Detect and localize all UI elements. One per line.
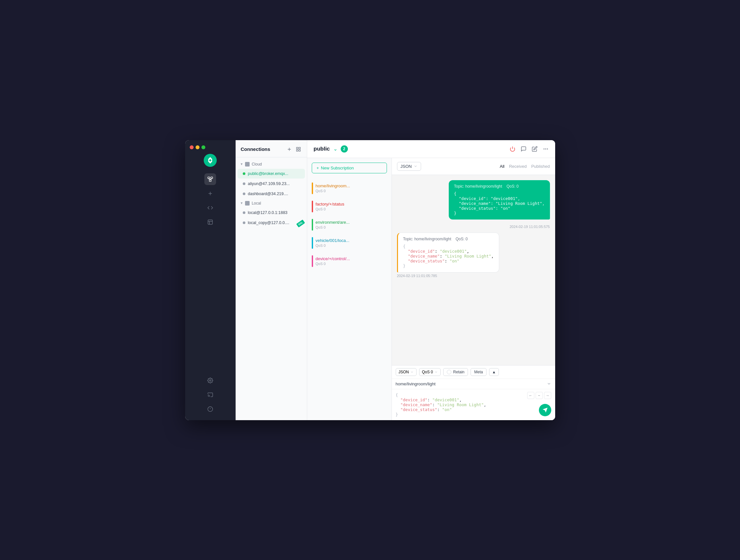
connection-item-dashboard[interactable]: dashboard@34.219.... <box>238 189 305 199</box>
svg-rect-1 <box>211 177 213 179</box>
connections-panel: Connections ▼ Clou <box>236 140 307 420</box>
sub-info: environment/are... QoS 0 <box>316 220 387 229</box>
connection-item-local[interactable]: local@127.0.0.1:1883 <box>238 208 305 218</box>
sidebar-item-subscribe[interactable] <box>204 389 216 401</box>
main-content: public ⌄ 2 <box>307 140 555 420</box>
svg-point-27 <box>547 149 548 149</box>
sidebar-item-info[interactable] <box>204 403 216 415</box>
sub-topic: home/livingroom... <box>316 184 387 188</box>
publish-topic-input[interactable] <box>396 381 547 386</box>
subscription-item-2[interactable]: environment/are... QoS 0 <box>307 216 391 234</box>
msg-received-timestamp: 2024-02-19 11:01:05:785 <box>397 274 499 278</box>
retain-label: Retain <box>453 370 465 374</box>
msg-received-bubble: Topic: home/livingroom/light QoS: 0 { "d… <box>397 232 499 272</box>
publish-qos-select[interactable]: QoS 0 <box>419 368 441 376</box>
sub-info: factory/+/status QoS 0 <box>316 202 387 211</box>
filter-tab-all[interactable]: All <box>500 163 504 170</box>
new-subscription-button[interactable]: + New Subscription <box>312 162 387 173</box>
sub-color-bar <box>312 183 313 194</box>
top-bar: public ⌄ 2 <box>307 140 555 158</box>
more-button[interactable] <box>543 146 549 152</box>
subscription-item-0[interactable]: home/livingroom... QoS 0 <box>307 179 391 197</box>
topic-chevron-icon: ⌄ <box>333 146 338 152</box>
chevron-down-icon <box>547 381 551 386</box>
sidebar-item-add[interactable] <box>204 188 216 199</box>
connection-name: aliyun@47.109.59.23... <box>248 182 290 186</box>
filter-tab-published[interactable]: Published <box>531 163 550 170</box>
filter-tabs: All Received Published <box>500 163 550 170</box>
sidebar-item-scripts[interactable] <box>204 216 216 228</box>
sub-color-bar <box>312 237 313 249</box>
minimize-button[interactable] <box>196 145 199 149</box>
svg-rect-23 <box>299 149 300 151</box>
connections-list: ▼ Cloud public@broker.emqx... aliyun@47.… <box>236 157 307 420</box>
send-button[interactable] <box>539 404 551 416</box>
connection-status-dot <box>243 211 245 214</box>
body-split: + New Subscription home/livingroom... Qo… <box>307 158 555 420</box>
messages-list: Topic: home/livingroom/light QoS: 0 { "d… <box>392 175 555 365</box>
chevron-down-icon <box>413 164 418 168</box>
sub-qos: QoS 0 <box>316 262 387 266</box>
retain-circle <box>447 370 451 374</box>
connection-item-public[interactable]: public@broker.emqx... <box>238 169 305 179</box>
svg-rect-21 <box>299 147 300 149</box>
subscriptions-list: home/livingroom... QoS 0 factory/+/statu… <box>307 178 391 420</box>
nav-minus-button[interactable]: − <box>536 392 543 399</box>
sub-topic: vehicle/001/loca... <box>316 238 387 243</box>
sidebar-nav <box>185 173 236 375</box>
svg-rect-10 <box>208 220 212 224</box>
svg-point-13 <box>209 379 211 381</box>
sub-info: device/+/control/... QoS 0 <box>316 256 387 266</box>
connections-header: Connections <box>236 140 307 157</box>
publish-topic-row <box>392 379 555 389</box>
publish-qos-value: QoS 0 <box>422 370 433 374</box>
filter-tab-received[interactable]: Received <box>509 163 527 170</box>
expand-button[interactable]: ▲ <box>489 368 499 376</box>
svg-rect-20 <box>296 147 298 149</box>
msg-received-header: Topic: home/livingroom/light QoS: 0 <box>403 237 494 241</box>
svg-rect-2 <box>209 180 211 182</box>
add-connection-button[interactable] <box>286 146 292 152</box>
power-button[interactable] <box>510 146 516 152</box>
format-select-value: JSON <box>400 164 412 169</box>
group-local[interactable]: ▼ Local <box>236 199 307 208</box>
sidebar-item-connections[interactable] <box>204 173 216 185</box>
connection-status-dot <box>243 183 245 185</box>
connection-item-aliyun[interactable]: aliyun@47.109.59.23... <box>238 179 305 189</box>
sidebar <box>185 140 236 420</box>
sub-topic: environment/are... <box>316 220 387 225</box>
nav-forward-button[interactable]: → <box>544 392 551 399</box>
subscription-item-4[interactable]: device/+/control/... QoS 0 <box>307 252 391 270</box>
group-cloud[interactable]: ▼ Cloud <box>236 160 307 169</box>
close-button[interactable] <box>190 145 194 149</box>
sidebar-item-code[interactable] <box>204 202 216 214</box>
chevron-icon: ▼ <box>240 162 244 166</box>
connection-name: dashboard@34.219.... <box>248 192 288 196</box>
subscription-item-1[interactable]: factory/+/status QoS 0 <box>307 197 391 216</box>
connection-item-local-copy[interactable]: local_copy@127.0.0.... <box>238 218 305 228</box>
edit-button[interactable] <box>532 146 538 152</box>
publish-format-select[interactable]: JSON <box>396 368 417 376</box>
sidebar-item-settings[interactable] <box>204 375 216 386</box>
chevron-icon: ▼ <box>240 201 244 205</box>
group-local-icon <box>245 201 250 206</box>
retain-button[interactable]: Retain <box>443 368 468 376</box>
chat-button[interactable] <box>521 146 527 152</box>
topic-name: public <box>314 146 330 152</box>
messages-panel: JSON All Received Published <box>392 158 555 420</box>
connection-status-dot <box>243 173 245 175</box>
svg-rect-22 <box>296 149 298 151</box>
svg-rect-0 <box>208 177 210 179</box>
nav-back-button[interactable]: ← <box>527 392 534 399</box>
sub-color-bar <box>312 201 313 212</box>
connections-actions <box>286 146 302 152</box>
publish-body: ← − → { "device_id": "device001", "devic… <box>392 389 555 420</box>
new-sub-plus: + <box>316 165 319 171</box>
subscription-item-3[interactable]: vehicle/001/loca... QoS 0 <box>307 234 391 252</box>
meta-button[interactable]: Meta <box>471 368 486 376</box>
maximize-button[interactable] <box>201 145 205 149</box>
format-select[interactable]: JSON <box>397 162 422 171</box>
svg-point-26 <box>545 149 546 149</box>
layout-button[interactable] <box>295 146 302 152</box>
chevron-down-icon <box>435 370 438 374</box>
